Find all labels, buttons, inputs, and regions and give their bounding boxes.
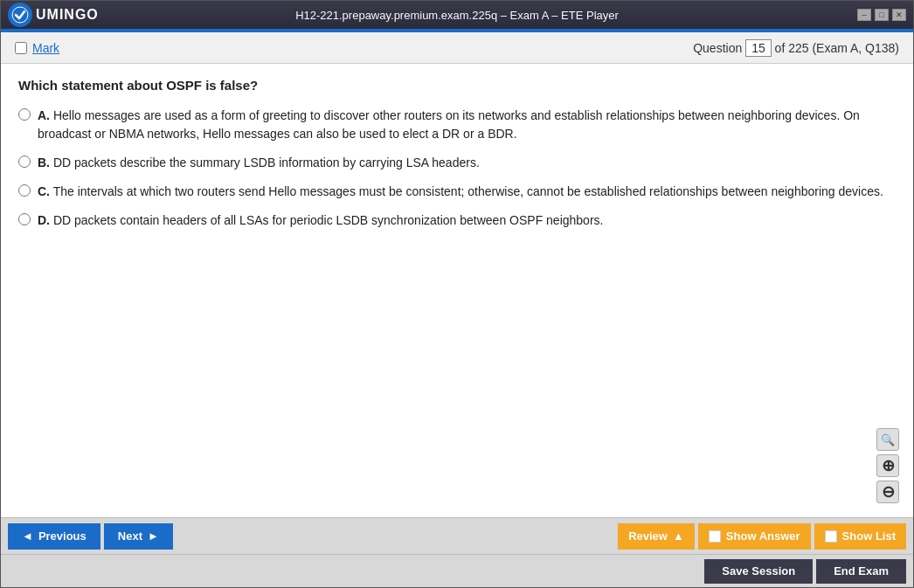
option-a-content: Hello messages are used as a form of gre… bbox=[38, 108, 860, 141]
end-exam-button[interactable]: End Exam bbox=[816, 559, 906, 584]
option-c-radio[interactable] bbox=[18, 184, 31, 197]
previous-button[interactable]: ◄ Previous bbox=[8, 523, 100, 550]
show-list-label: Show List bbox=[842, 529, 896, 543]
mark-area: Mark bbox=[15, 41, 59, 55]
mark-label[interactable]: Mark bbox=[32, 41, 59, 55]
next-button[interactable]: Next ► bbox=[104, 523, 173, 550]
review-button[interactable]: Review ▲ bbox=[618, 523, 695, 550]
title-bar-left: UMINGO bbox=[8, 3, 99, 27]
minimize-button[interactable]: – bbox=[857, 9, 871, 21]
title-bar: UMINGO H12-221.prepaway.premium.exam.225… bbox=[1, 1, 913, 29]
previous-arrow-icon: ◄ bbox=[22, 529, 33, 543]
question-info: Question 15 of 225 (Exam A, Q138) bbox=[693, 39, 899, 57]
show-answer-checkbox-icon bbox=[709, 530, 721, 543]
previous-label: Previous bbox=[38, 529, 87, 543]
question-number: 15 bbox=[745, 39, 772, 57]
option-b-content: DD packets describe the summary LSDB inf… bbox=[53, 156, 480, 169]
maximize-button[interactable]: □ bbox=[875, 9, 889, 21]
option-a: A. Hello messages are used as a form of … bbox=[18, 107, 896, 143]
main-window: UMINGO H12-221.prepaway.premium.exam.225… bbox=[0, 0, 914, 588]
option-d-radio[interactable] bbox=[18, 213, 31, 225]
logo-text: UMINGO bbox=[36, 7, 99, 23]
option-d-text: D. DD packets contain headers of all LSA… bbox=[38, 211, 603, 230]
logo: UMINGO bbox=[8, 3, 99, 27]
option-c-text: C. The intervals at which two routers se… bbox=[38, 183, 883, 201]
option-d: D. DD packets contain headers of all LSA… bbox=[18, 211, 896, 230]
option-b-radio[interactable] bbox=[18, 156, 31, 168]
show-list-button[interactable]: Show List bbox=[814, 523, 906, 550]
option-a-radio[interactable] bbox=[18, 108, 31, 121]
option-b-text: B. DD packets describe the summary LSDB … bbox=[38, 154, 480, 172]
option-d-letter: D. bbox=[38, 213, 50, 227]
review-label: Review bbox=[628, 529, 668, 543]
next-label: Next bbox=[118, 529, 142, 543]
option-a-text: A. Hello messages are used as a form of … bbox=[38, 107, 896, 143]
mark-checkbox[interactable] bbox=[15, 42, 27, 54]
window-title: H12-221.prepaway.premium.exam.225q – Exa… bbox=[295, 9, 619, 22]
footer-actions: Save Session End Exam bbox=[1, 554, 913, 587]
question-info-text: of 225 (Exam A, Q138) bbox=[775, 41, 899, 55]
option-c-content: The intervals at which two routers send … bbox=[53, 184, 883, 198]
close-button[interactable]: ✕ bbox=[892, 9, 906, 21]
zoom-controls: 🔍 ⊕ ⊖ bbox=[876, 428, 899, 503]
toolbar: Mark Question 15 of 225 (Exam A, Q138) bbox=[1, 32, 913, 64]
show-answer-label: Show Answer bbox=[726, 529, 800, 543]
window-controls: – □ ✕ bbox=[857, 9, 906, 21]
option-a-letter: A. bbox=[38, 108, 50, 122]
review-arrow-icon: ▲ bbox=[673, 529, 684, 543]
option-d-content: DD packets contain headers of all LSAs f… bbox=[53, 213, 604, 227]
options-list: A. Hello messages are used as a form of … bbox=[18, 107, 896, 230]
question-text: Which statement about OSPF is false? bbox=[18, 78, 896, 93]
svg-point-0 bbox=[12, 7, 28, 23]
question-label: Question bbox=[693, 41, 742, 55]
show-list-checkbox-icon bbox=[825, 530, 837, 543]
show-answer-button[interactable]: Show Answer bbox=[698, 523, 811, 550]
zoom-out-button[interactable]: ⊖ bbox=[876, 481, 899, 503]
content-area: Which statement about OSPF is false? A. … bbox=[1, 64, 913, 517]
search-button[interactable]: 🔍 bbox=[876, 428, 899, 451]
option-b-letter: B. bbox=[38, 156, 50, 169]
option-b: B. DD packets describe the summary LSDB … bbox=[18, 154, 896, 172]
bottom-nav: ◄ Previous Next ► Review ▲ Show Answer S… bbox=[1, 517, 913, 554]
zoom-in-button[interactable]: ⊕ bbox=[876, 454, 899, 477]
option-c-letter: C. bbox=[38, 184, 50, 198]
logo-icon bbox=[8, 3, 32, 27]
next-arrow-icon: ► bbox=[148, 529, 159, 543]
save-session-button[interactable]: Save Session bbox=[704, 559, 813, 584]
option-c: C. The intervals at which two routers se… bbox=[18, 183, 896, 201]
